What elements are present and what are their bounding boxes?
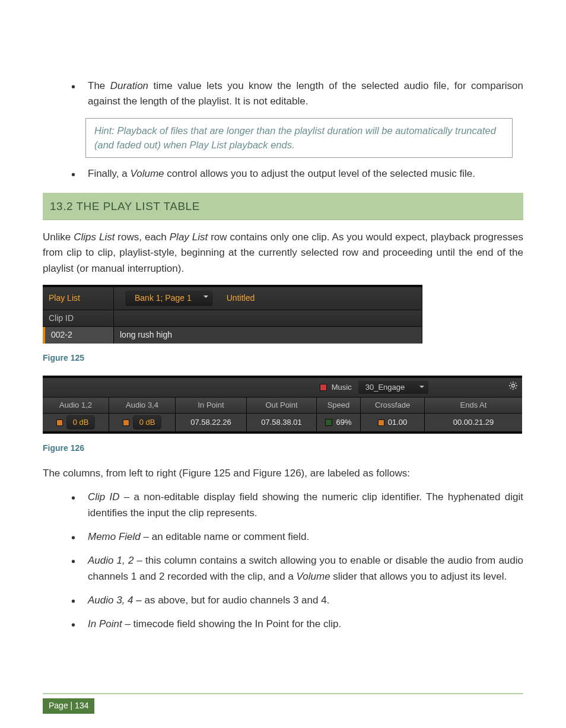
col-audio12-header: Audio 1,2 [43,398,109,413]
volume-bullet: Finally, a Volume control allows you to … [71,166,523,182]
speed-text: 69% [336,417,351,428]
figure-125-panel: Play List Bank 1; Page 1 Untitled Clip I… [43,285,422,344]
text-post: time value lets you know the length of t… [88,80,523,107]
intro-paragraph: Unlike Clips List rows, each Play List r… [43,230,523,276]
playlist-title-field[interactable]: Untitled [227,292,255,305]
duration-em: Duration [110,80,148,91]
memo-desc: Memo Field – an editable name or comment… [71,529,523,545]
clip-id-cell[interactable]: 002-2 [43,327,114,344]
volume-em: Volume [131,168,164,179]
bank-page-label: Bank 1; Page 1 [135,292,192,305]
columns-intro: The columns, from left to right (Figure … [43,466,523,481]
clips-list-em: Clips List [74,231,115,243]
playlist-tab-label[interactable]: Play List [43,287,114,310]
svg-line-5 [510,383,511,383]
col-endsat-header: Ends At [425,398,522,413]
col-outpoint-header: Out Point [247,398,317,413]
crossfade-toggle-icon[interactable] [378,419,384,426]
inpoint-em: In Point [88,618,122,630]
stop-icon[interactable] [320,384,327,391]
duration-bullet-list: The Duration time value lets you know th… [43,78,523,110]
volume-em2: Volume [297,571,330,582]
page-number-badge: Page | 134 [43,698,94,714]
memo-cell[interactable]: long rush high [114,327,422,344]
figure-126-caption: Figure 126 [43,442,523,455]
speed-marker-icon [325,419,332,426]
col-speed-value[interactable]: 69% [317,414,361,431]
svg-line-7 [516,383,516,383]
audio12-db-chip[interactable]: 0 dB [66,415,96,430]
section-heading: 13.2 THE PLAY LIST TABLE [43,193,523,220]
clip-id-header: Clip ID [43,310,114,327]
col-endsat-value: 00.00.21.29 [425,414,522,431]
volume-bullet-list: Finally, a Volume control allows you to … [43,166,523,182]
col-speed-header: Speed [317,398,361,413]
gear-icon [508,381,518,390]
audio12-text2: slider that allows you to adjust its lev… [330,571,507,582]
col-inpoint-header: In Point [176,398,247,413]
col-audio34-header: Audio 3,4 [109,398,176,413]
inpoint-desc: In Point – timecode field showing the In… [71,616,523,632]
duration-bullet: The Duration time value lets you know th… [71,78,523,110]
svg-point-0 [512,384,515,387]
chevron-down-icon [418,383,425,390]
col-audio34-value[interactable]: 0 dB [109,414,176,431]
page-footer: Page | 134 [43,693,150,714]
music-header-cell: Music 30_Engage [227,378,522,397]
figure-126-left-blank [43,378,227,397]
audio34-em: Audio 3, 4 – [88,595,142,606]
text-pre: The [88,80,110,91]
inpoint-text: – timecode field showing the In Point fo… [122,618,341,630]
memo-header-blank [114,310,422,327]
svg-line-6 [516,387,516,388]
clip-id-text: – a non-editable display field showing t… [88,491,523,518]
memo-em: Memo Field [88,531,141,542]
col-crossfade-value[interactable]: 01.00 [361,414,425,431]
clip-id-em: Clip ID [88,491,120,503]
play-list-em: Play List [170,231,208,243]
figure-125-caption: Figure 125 [43,352,523,365]
col-inpoint-value[interactable]: 07.58.22.26 [176,414,247,431]
audio34-toggle-icon[interactable] [123,419,129,426]
text-pre: Finally, a [88,168,131,179]
bank-page-dropdown[interactable]: Bank 1; Page 1 [125,290,214,307]
music-file-name: 30_Engage [365,382,405,393]
audio34-text: as above, but for audio channels 3 and 4… [142,595,330,606]
hint-text: Hint: Playback of files that are longer … [94,125,496,151]
figure-126-panel: Music 30_Engage Audio 1,2 Audio 3,4 In P… [43,376,522,434]
music-file-dropdown[interactable]: 30_Engage [358,380,430,395]
columns-description-list: Clip ID – a non-editable display field s… [43,489,523,632]
footer-rule [43,693,523,694]
audio12-db-text: 0 dB [73,417,89,428]
audio12-desc: Audio 1, 2 – this column contains a swit… [71,553,523,584]
text-post: control allows you to adjust the output … [164,168,475,179]
col-crossfade-header: Crossfade [361,398,425,413]
gear-button[interactable] [508,380,519,391]
memo-text: – an editable name or comment field. [141,531,309,542]
audio34-db-text: 0 dB [139,417,155,428]
chevron-down-icon [202,293,209,300]
music-label: Music [332,382,352,393]
audio34-desc: Audio 3, 4 – as above, but for audio cha… [71,593,523,608]
audio12-toggle-icon[interactable] [56,419,63,426]
audio12-em: Audio 1, 2 [88,555,133,566]
clip-id-desc: Clip ID – a non-editable display field s… [71,489,523,521]
hint-box: Hint: Playback of files that are longer … [85,118,513,158]
col-audio12-value[interactable]: 0 dB [43,414,109,431]
crossfade-text: 01.00 [388,417,408,428]
bank-title-row: Bank 1; Page 1 Untitled [114,287,422,310]
audio34-db-chip[interactable]: 0 dB [133,415,162,430]
svg-line-8 [510,387,511,388]
col-outpoint-value[interactable]: 07.58.38.01 [247,414,317,431]
